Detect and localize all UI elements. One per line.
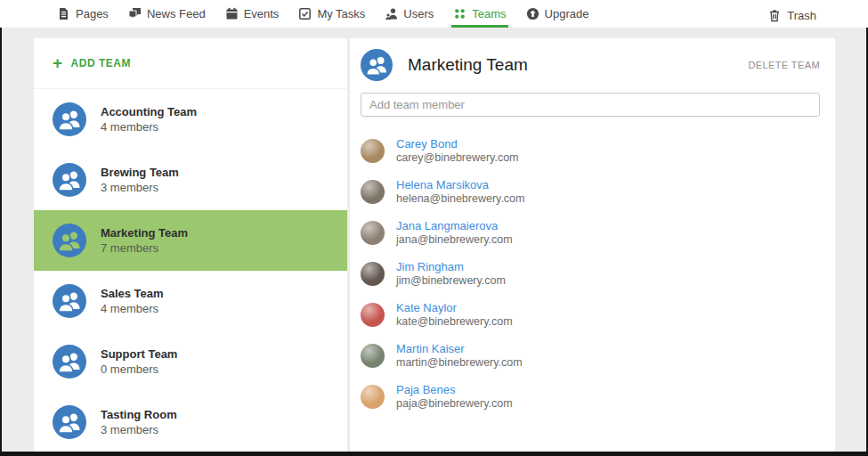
team-member-count: 3 members [101, 181, 179, 194]
trash-label: Trash [787, 9, 816, 22]
team-name: Support Team [101, 347, 177, 361]
member-row: Kate Naylor kate@binebrewery.com [361, 294, 820, 335]
member-name-link[interactable]: Paja Benes [396, 383, 513, 396]
add-team-label: ADD TEAM [71, 57, 131, 69]
team-group-icon [53, 224, 86, 257]
member-name-link[interactable]: Jana Langmaierova [396, 219, 513, 232]
users-icon [385, 7, 398, 20]
team-item-tasting-room[interactable]: Tasting Room 3 members [34, 392, 347, 452]
page-title: Marketing Team [408, 55, 748, 75]
avatar [361, 303, 385, 327]
tab-label: Pages [76, 7, 109, 20]
tab-users[interactable]: Users [383, 0, 435, 28]
tab-upgrade[interactable]: Upgrade [524, 0, 591, 28]
team-item-marketing[interactable]: Marketing Team 7 members [34, 210, 347, 271]
news-feed-icon [128, 7, 142, 20]
team-member-count: 0 members [101, 362, 177, 376]
delete-team-button[interactable]: DELETE TEAM [748, 60, 820, 70]
avatar [361, 180, 385, 204]
tab-label: Events [244, 7, 280, 20]
upgrade-icon [526, 7, 539, 20]
team-group-icon [53, 102, 86, 136]
member-list: Carey Bond carey@binebrewery.com Helena … [361, 130, 820, 417]
member-row: Helena Marsikova helena@binebrewery.com [361, 171, 820, 212]
team-member-count: 3 members [101, 423, 177, 436]
team-item-accounting[interactable]: Accounting Team 4 members [34, 89, 347, 150]
team-name: Brewing Team [101, 166, 179, 179]
pages-icon [57, 7, 70, 20]
team-group-icon [361, 49, 393, 81]
teams-icon [453, 7, 466, 20]
team-detail-panel: Marketing Team DELETE TEAM Carey Bond ca… [350, 38, 835, 456]
member-email: martin@binebrewery.com [396, 356, 523, 369]
member-row: Martin Kaiser martin@binebrewery.com [361, 335, 820, 376]
member-email: kate@binebrewery.com [396, 315, 513, 328]
member-email: jana@binebrewery.com [396, 233, 513, 246]
member-email: jim@binebrewery.com [396, 274, 506, 287]
team-item-sales[interactable]: Sales Team 4 members [34, 271, 347, 331]
tab-pages[interactable]: Pages [55, 0, 110, 28]
events-icon [225, 7, 239, 20]
trash-button[interactable]: Trash [768, 0, 816, 28]
team-group-icon [53, 405, 86, 439]
member-row: Paja Benes paja@binebrewery.com [361, 376, 820, 417]
sidebar-header: + ADD TEAM [34, 38, 347, 89]
teams-sidebar: + ADD TEAM Accounting Team 4 members [34, 38, 347, 456]
tab-label: Teams [472, 7, 506, 20]
teams-app-window: Pages News Feed Events My Tasks Users [0, 0, 868, 456]
team-name: Marketing Team [101, 226, 188, 240]
add-member-input[interactable] [361, 93, 820, 117]
team-item-support[interactable]: Support Team 0 members [34, 331, 347, 392]
member-row: Carey Bond carey@binebrewery.com [361, 130, 820, 171]
tab-label: Users [403, 7, 434, 20]
tab-label: Upgrade [545, 7, 589, 20]
avatar [361, 262, 385, 286]
tab-my-tasks[interactable]: My Tasks [296, 0, 367, 28]
avatar [361, 385, 385, 409]
team-name: Accounting Team [101, 105, 197, 118]
content-area: + ADD TEAM Accounting Team 4 members [0, 28, 868, 456]
team-name: Sales Team [101, 287, 164, 300]
tab-label: My Tasks [317, 7, 365, 20]
team-member-count: 4 members [101, 120, 197, 134]
team-group-icon [53, 284, 86, 318]
my-tasks-icon [298, 7, 312, 20]
member-name-link[interactable]: Jim Ringham [396, 260, 506, 273]
member-email: carey@binebrewery.com [396, 151, 519, 164]
window-bottom-edge [0, 452, 868, 456]
team-detail-header: Marketing Team DELETE TEAM [361, 49, 820, 81]
member-email: helena@binebrewery.com [396, 192, 524, 205]
member-name-link[interactable]: Kate Naylor [396, 301, 513, 314]
trash-icon [768, 9, 782, 22]
top-navigation: Pages News Feed Events My Tasks Users [0, 0, 868, 28]
member-row: Jim Ringham jim@binebrewery.com [361, 253, 820, 294]
team-item-brewing[interactable]: Brewing Team 3 members [34, 150, 347, 210]
member-email: paja@binebrewery.com [396, 397, 513, 410]
avatar [361, 221, 385, 245]
member-name-link[interactable]: Helena Marsikova [396, 178, 524, 191]
tab-teams[interactable]: Teams [451, 0, 507, 28]
team-group-icon [53, 345, 86, 379]
tab-news-feed[interactable]: News Feed [126, 0, 207, 28]
tab-events[interactable]: Events [223, 0, 281, 28]
member-row: Jana Langmaierova jana@binebrewery.com [361, 212, 820, 253]
team-name: Tasting Room [101, 408, 177, 421]
plus-icon: + [53, 58, 63, 69]
team-member-count: 4 members [101, 302, 164, 315]
tab-label: News Feed [147, 7, 206, 20]
team-member-count: 7 members [101, 241, 188, 255]
team-group-icon [53, 163, 86, 197]
member-name-link[interactable]: Carey Bond [396, 137, 519, 151]
member-name-link[interactable]: Martin Kaiser [396, 342, 523, 355]
add-team-button[interactable]: + ADD TEAM [53, 57, 131, 69]
avatar [361, 139, 385, 163]
avatar [361, 344, 385, 368]
